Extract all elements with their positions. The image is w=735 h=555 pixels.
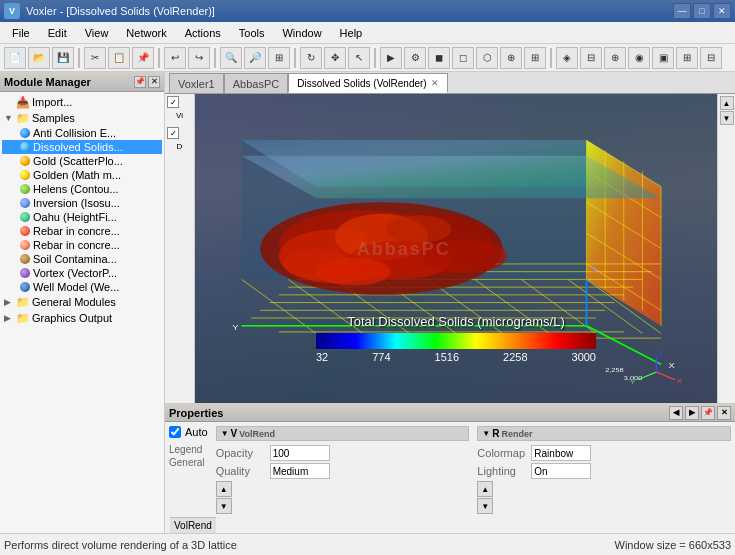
tree-import[interactable]: 📥 Import... [2, 94, 162, 110]
dissolved-solids-label: Dissolved Solids... [33, 141, 123, 153]
render-up-btn[interactable]: ▲ [477, 481, 493, 497]
toolbar-new[interactable]: 📄 [4, 47, 26, 69]
menu-window[interactable]: Window [274, 23, 329, 43]
tree-item-golden[interactable]: Golden (Math m... [2, 168, 162, 182]
menu-view[interactable]: View [77, 23, 117, 43]
volrend-up-btn[interactable]: ▲ [216, 481, 232, 497]
d-checkbox[interactable]: ✓ [167, 127, 179, 139]
menu-bar: File Edit View Network Actions Tools Win… [0, 22, 735, 44]
toolbar-save[interactable]: 💾 [52, 47, 74, 69]
tree-graphics-output-folder[interactable]: ▶ 📁 Graphics Output [2, 310, 162, 326]
tree-item-oahu[interactable]: Oahu (HeightFi... [2, 210, 162, 224]
lighting-input[interactable] [531, 463, 591, 479]
close-button[interactable]: ✕ [713, 3, 731, 19]
toolbar-undo[interactable]: ↩ [164, 47, 186, 69]
toolbar-b2[interactable]: ◻ [452, 47, 474, 69]
tree-item-gold[interactable]: Gold (ScatterPlo... [2, 154, 162, 168]
maximize-button[interactable]: □ [693, 3, 711, 19]
toolbar-rotate[interactable]: ↻ [300, 47, 322, 69]
toolbar-b9[interactable]: ◉ [628, 47, 650, 69]
props-close[interactable]: ✕ [717, 406, 731, 420]
scroll-down-btn[interactable]: ▼ [720, 111, 734, 125]
toolbar-select[interactable]: ↖ [348, 47, 370, 69]
3d-viewport[interactable]: X Y Z 3,000 2,258 [195, 94, 717, 403]
menu-edit[interactable]: Edit [40, 23, 75, 43]
legend-label-0: 32 [316, 351, 328, 363]
tab-dissolved-solids[interactable]: Dissolved Solids (VolRender) ✕ [288, 73, 448, 93]
props-pin[interactable]: 📌 [701, 406, 715, 420]
toolbar-b4[interactable]: ⊕ [500, 47, 522, 69]
svg-text:X: X [677, 378, 682, 384]
toolbar-b11[interactable]: ⊞ [676, 47, 698, 69]
menu-actions[interactable]: Actions [177, 23, 229, 43]
render-section-header[interactable]: ▼ R Render [477, 426, 731, 441]
sidebar-header: Module Manager 📌 ✕ [0, 72, 164, 92]
check-d[interactable]: ✓ [167, 127, 192, 139]
render-down-btn[interactable]: ▼ [477, 498, 493, 514]
toolbar-b6[interactable]: ◈ [556, 47, 578, 69]
tree-item-anti-collision[interactable]: Anti Collision E... [2, 126, 162, 140]
status-left: Performs direct volume rendering of a 3D… [4, 539, 237, 551]
menu-tools[interactable]: Tools [231, 23, 273, 43]
props-prev[interactable]: ◀ [669, 406, 683, 420]
tab-voxler1[interactable]: Voxler1 [169, 73, 224, 93]
auto-checkbox[interactable] [169, 426, 181, 438]
toolbar-b7[interactable]: ⊟ [580, 47, 602, 69]
tree-item-rebar2[interactable]: Rebar in concre... [2, 238, 162, 252]
tab-abbaspc[interactable]: AbbasPC [224, 73, 288, 93]
render-row1: Colormap [477, 445, 731, 461]
toolbar-cut[interactable]: ✂ [84, 47, 106, 69]
check-vi[interactable]: ✓ [167, 96, 192, 108]
toolbar-zoom-out[interactable]: 🔎 [244, 47, 266, 69]
toolbar-render[interactable]: ▶ [380, 47, 402, 69]
color-legend: Total Dissolved Solids (micrograms/L) 32… [316, 314, 596, 363]
toolbar-settings[interactable]: ⚙ [404, 47, 426, 69]
tree-item-dissolved-solids[interactable]: Dissolved Solids... [2, 140, 162, 154]
right-controls: ▲ ▼ [717, 94, 735, 403]
legend-title: Total Dissolved Solids (micrograms/L) [316, 314, 596, 329]
toolbar-paste[interactable]: 📌 [132, 47, 154, 69]
scroll-up-btn[interactable]: ▲ [720, 96, 734, 110]
props-next[interactable]: ▶ [685, 406, 699, 420]
tree-item-vortex[interactable]: Vortex (VectorP... [2, 266, 162, 280]
module-manager-sidebar: Module Manager 📌 ✕ 📥 Import... ▼ 📁 Sampl… [0, 72, 165, 533]
toolbar-pan[interactable]: ✥ [324, 47, 346, 69]
tree-item-inversion[interactable]: Inversion (Isosu... [2, 196, 162, 210]
legend-label-4: 3000 [572, 351, 596, 363]
toolbar-b3[interactable]: ⬡ [476, 47, 498, 69]
toolbar-fit[interactable]: ⊞ [268, 47, 290, 69]
props-title: Properties [169, 407, 223, 419]
sidebar-pin-btn[interactable]: 📌 [134, 76, 146, 88]
volrend-section-header[interactable]: ▼ V VolRend [216, 426, 470, 441]
menu-file[interactable]: File [4, 23, 38, 43]
colormap-input[interactable] [531, 445, 591, 461]
volrend-down-btn[interactable]: ▼ [216, 498, 232, 514]
toolbar-open[interactable]: 📂 [28, 47, 50, 69]
quality-input[interactable] [270, 463, 330, 479]
tree-item-rebar1[interactable]: Rebar in concre... [2, 224, 162, 238]
tree-item-helens[interactable]: Helens (Contou... [2, 182, 162, 196]
menu-help[interactable]: Help [332, 23, 371, 43]
toolbar-b8[interactable]: ⊕ [604, 47, 626, 69]
props-header: Properties ◀ ▶ 📌 ✕ [165, 404, 735, 422]
sidebar-close-btn[interactable]: ✕ [148, 76, 160, 88]
toolbar-b1[interactable]: ◼ [428, 47, 450, 69]
tree-general-modules-folder[interactable]: ▶ 📁 General Modules [2, 294, 162, 310]
tree-item-soil[interactable]: Soil Contamina... [2, 252, 162, 266]
tree-samples-folder[interactable]: ▼ 📁 Samples [2, 110, 162, 126]
d-label: D [167, 141, 192, 152]
opacity-input[interactable] [270, 445, 330, 461]
toolbar-zoom-in[interactable]: 🔍 [220, 47, 242, 69]
tab-dissolved-close[interactable]: ✕ [431, 78, 439, 88]
tree-item-well[interactable]: Well Model (We... [2, 280, 162, 294]
volrend-row1: Opacity [216, 445, 470, 461]
toolbar-redo[interactable]: ↪ [188, 47, 210, 69]
toolbar-b5[interactable]: ⊞ [524, 47, 546, 69]
volrend-row2: Quality [216, 463, 470, 479]
vi-checkbox[interactable]: ✓ [167, 96, 179, 108]
toolbar-b12[interactable]: ⊟ [700, 47, 722, 69]
menu-network[interactable]: Network [118, 23, 174, 43]
minimize-button[interactable]: — [673, 3, 691, 19]
toolbar-b10[interactable]: ▣ [652, 47, 674, 69]
toolbar-copy[interactable]: 📋 [108, 47, 130, 69]
